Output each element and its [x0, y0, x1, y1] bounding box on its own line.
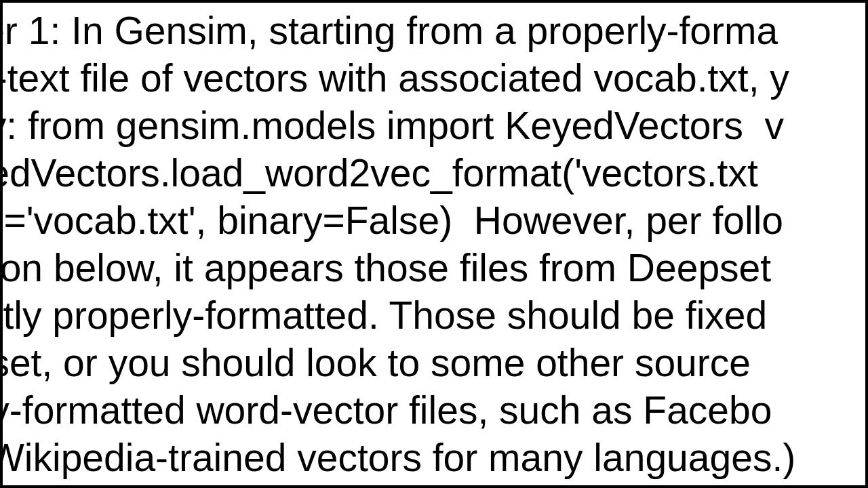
text-line: erly-formatted word-vector files, such a…	[0, 386, 772, 434]
text-line: wer 1: In Gensim, starting from a proper…	[0, 7, 778, 54]
document-frame: wer 1: In Gensim, starting from a proper…	[0, 0, 868, 488]
text-line: ssion below, it appears those files from…	[0, 244, 771, 291]
text-line: Wikipedia-trained vectors for many langu…	[0, 434, 795, 481]
text-line: eyedVectors.load_word2vec_format('vector…	[0, 149, 758, 197]
text-line: rently properly-formatted. Those should …	[0, 291, 767, 339]
text-line: n-text file of vectors with associated v…	[0, 54, 789, 102]
answer-text-block: wer 1: In Gensim, starting from a proper…	[3, 3, 45, 488]
text-line: epset, or you should look to some other …	[0, 339, 762, 386]
text-line: try: from gensim.models import KeyedVect…	[0, 102, 784, 149]
text-line: ab='vocab.txt', binary=False) However, p…	[0, 197, 783, 244]
